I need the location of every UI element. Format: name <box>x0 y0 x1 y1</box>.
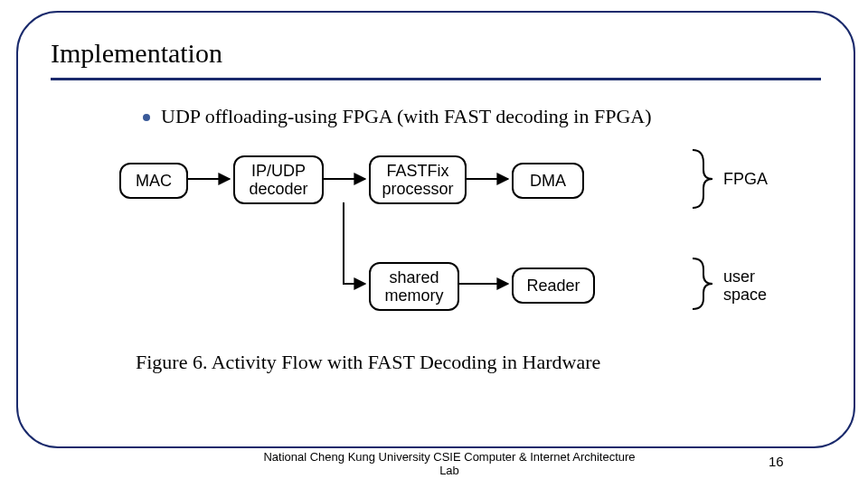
bullet-text: UDP offloading-using FPGA (with FAST dec… <box>161 105 652 128</box>
node-ipudp-line1: IP/UDP <box>251 162 306 180</box>
node-shared-line1: shared <box>389 268 439 286</box>
node-reader-label: Reader <box>526 277 580 295</box>
group-label-user-line1: user <box>723 267 755 286</box>
node-fastfix-line2: processor <box>382 180 453 198</box>
group-label-user-line2: space <box>723 286 767 305</box>
title-underline <box>51 78 821 80</box>
node-dma: DMA <box>512 163 584 199</box>
node-dma-label: DMA <box>530 172 566 190</box>
node-shared-memory: shared memory <box>369 262 459 311</box>
node-mac-label: MAC <box>136 172 172 190</box>
node-ipudp-line2: decoder <box>249 180 307 198</box>
slide-title: Implementation <box>51 38 222 69</box>
page-number: 16 <box>769 454 784 469</box>
node-fastfix: FASTFix processor <box>369 155 467 204</box>
node-fastfix-line1: FASTFix <box>386 162 448 180</box>
footer-text: National Cheng Kung University CSIE Comp… <box>255 450 644 477</box>
node-ipudp: IP/UDP decoder <box>233 155 324 204</box>
node-mac: MAC <box>119 163 188 199</box>
group-label-fpga: FPGA <box>723 170 768 189</box>
node-reader: Reader <box>512 267 595 304</box>
slide-frame <box>16 11 855 448</box>
figure-caption: Figure 6. Activity Flow with FAST Decodi… <box>136 351 600 374</box>
node-shared-line2: memory <box>384 286 443 305</box>
bullet-icon <box>143 114 150 121</box>
